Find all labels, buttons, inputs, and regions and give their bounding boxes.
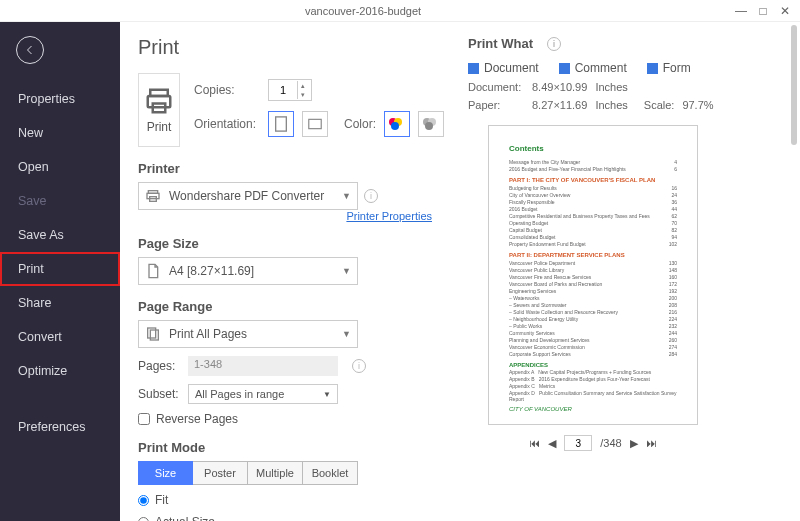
- paper-label: Paper:: [468, 99, 524, 111]
- minimize-icon[interactable]: —: [734, 4, 748, 18]
- subset-label: Subset:: [138, 387, 180, 401]
- docdim-label: Document:: [468, 81, 524, 93]
- doc-label: Document: [484, 61, 539, 75]
- page-preview: Contents Message from the City Manager4 …: [488, 125, 698, 425]
- sidebar-item-print[interactable]: Print: [0, 252, 120, 286]
- orientation-portrait[interactable]: [268, 111, 294, 137]
- tab-poster[interactable]: Poster: [193, 461, 248, 485]
- printer-value: Wondershare PDF Converter: [169, 189, 324, 203]
- reverse-pages-label: Reverse Pages: [156, 412, 238, 426]
- pager-prev-icon[interactable]: ◀: [548, 437, 556, 450]
- copies-input[interactable]: [269, 84, 297, 96]
- sidebar-item-share[interactable]: Share: [0, 286, 120, 320]
- pages-input[interactable]: 1-348: [188, 356, 338, 376]
- print-button[interactable]: Print: [138, 73, 180, 147]
- pagesize-dropdown[interactable]: A4 [8.27×11.69] ▼: [138, 257, 358, 285]
- svg-rect-1: [148, 96, 171, 107]
- printer-section: Printer: [138, 161, 444, 176]
- sidebar-item-properties[interactable]: Properties: [0, 82, 120, 116]
- actual-label: Actual Size: [155, 515, 215, 521]
- inches-label: Inches: [595, 81, 627, 93]
- color-label: Color:: [344, 117, 376, 131]
- pager-last-icon[interactable]: ⏭: [646, 437, 657, 449]
- page-icon: [145, 263, 161, 279]
- pagerange-value: Print All Pages: [169, 327, 247, 341]
- pager-total: /348: [600, 437, 621, 449]
- scrollbar[interactable]: [790, 24, 798, 518]
- pager-next-icon[interactable]: ▶: [630, 437, 638, 450]
- pager-current-input[interactable]: [564, 435, 592, 451]
- inches-label: Inches: [595, 99, 627, 111]
- close-icon[interactable]: ✕: [778, 4, 792, 18]
- printer-dropdown[interactable]: Wondershare PDF Converter ▼: [138, 182, 358, 210]
- pagerange-section: Page Range: [138, 299, 444, 314]
- subset-dropdown[interactable]: All Pages in range ▼: [188, 384, 338, 404]
- fit-label: Fit: [155, 493, 168, 507]
- tab-size[interactable]: Size: [138, 461, 193, 485]
- copies-label: Copies:: [194, 83, 260, 97]
- sidebar-item-convert[interactable]: Convert: [0, 320, 120, 354]
- docdim-value: 8.49×10.99: [532, 81, 587, 93]
- subset-value: All Pages in range: [195, 388, 284, 400]
- paper-value: 8.27×11.69: [532, 99, 587, 111]
- chevron-down-icon: ▼: [342, 329, 351, 339]
- pagesize-value: A4 [8.27×11.69]: [169, 264, 254, 278]
- actual-radio[interactable]: [138, 517, 149, 522]
- pages-label: Pages:: [138, 359, 180, 373]
- sidebar-item-open[interactable]: Open: [0, 150, 120, 184]
- pager-first-icon[interactable]: ⏮: [529, 437, 540, 449]
- color-gray[interactable]: [418, 111, 444, 137]
- tab-multiple[interactable]: Multiple: [248, 461, 303, 485]
- sidebar-item-saveas[interactable]: Save As: [0, 218, 120, 252]
- comment-checkbox[interactable]: [559, 63, 570, 74]
- printer-icon: [144, 86, 174, 116]
- doc-checkbox[interactable]: [468, 63, 479, 74]
- back-button[interactable]: [16, 36, 44, 64]
- printwhat-heading: Print What: [468, 36, 533, 51]
- print-button-label: Print: [147, 120, 172, 134]
- orientation-landscape[interactable]: [302, 111, 328, 137]
- pagerange-dropdown[interactable]: Print All Pages ▼: [138, 320, 358, 348]
- info-icon[interactable]: i: [547, 37, 561, 51]
- copies-down[interactable]: ▾: [297, 90, 309, 99]
- window-title: vancouver-2016-budget: [0, 5, 726, 17]
- scrollbar-thumb[interactable]: [791, 25, 797, 145]
- chevron-down-icon: ▼: [342, 266, 351, 276]
- tab-booklet[interactable]: Booklet: [303, 461, 358, 485]
- comment-label: Comment: [575, 61, 627, 75]
- form-checkbox[interactable]: [647, 63, 658, 74]
- printer-small-icon: [145, 188, 161, 204]
- sidebar-item-new[interactable]: New: [0, 116, 120, 150]
- pagesize-section: Page Size: [138, 236, 444, 251]
- sidebar: Properties New Open Save Save As Print S…: [0, 22, 120, 521]
- reverse-pages-checkbox[interactable]: [138, 413, 150, 425]
- maximize-icon[interactable]: □: [756, 4, 770, 18]
- page-title: Print: [138, 36, 444, 59]
- sidebar-item-preferences[interactable]: Preferences: [0, 410, 120, 444]
- scale-value: 97.7%: [682, 99, 713, 111]
- printer-properties-link[interactable]: Printer Properties: [346, 210, 444, 222]
- copies-stepper[interactable]: ▴▾: [268, 79, 312, 101]
- copies-up[interactable]: ▴: [297, 81, 309, 90]
- pages-icon: [145, 326, 161, 342]
- svg-rect-3: [276, 117, 287, 131]
- chevron-down-icon: ▼: [323, 390, 331, 399]
- scale-label: Scale:: [644, 99, 675, 111]
- info-icon[interactable]: i: [364, 189, 378, 203]
- form-label: Form: [663, 61, 691, 75]
- orientation-label: Orientation:: [194, 117, 260, 131]
- printmode-section: Print Mode: [138, 440, 444, 455]
- sidebar-item-optimize[interactable]: Optimize: [0, 354, 120, 388]
- info-icon[interactable]: i: [352, 359, 366, 373]
- sidebar-item-save: Save: [0, 184, 120, 218]
- fit-radio[interactable]: [138, 495, 149, 506]
- chevron-down-icon: ▼: [342, 191, 351, 201]
- color-color[interactable]: [384, 111, 410, 137]
- svg-rect-4: [309, 119, 321, 128]
